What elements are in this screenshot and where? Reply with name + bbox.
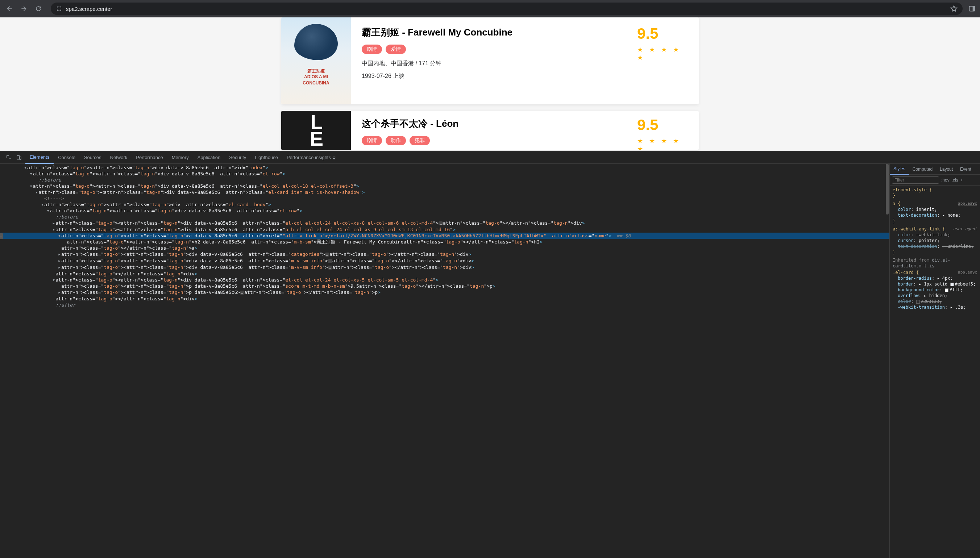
dom-node[interactable]: ▸attr-n">class="tag-o"><attr-n">class="t… (0, 264, 890, 271)
devtools-tabs: ElementsConsoleSourcesNetworkPerformance… (0, 151, 980, 164)
movie-release: 1993-07-26 上映 (362, 72, 616, 80)
score-value: 9.5 (637, 26, 688, 41)
devtools-tab-network[interactable]: Network (106, 151, 132, 164)
dom-node[interactable]: ▾attr-n">class="tag-o"><attr-n">class="t… (0, 189, 890, 195)
devtools-main: ▾attr-n">class="tag-o"><attr-n">class="t… (0, 164, 980, 558)
dom-node[interactable]: ▾attr-n">class="tag-o"><attr-n">class="t… (0, 226, 890, 233)
devtools-tab-performance-insights[interactable]: Performance insights⬙ (282, 151, 340, 164)
css-rules[interactable]: element.style {}app.ea9ca {color: inheri… (890, 185, 980, 558)
hov-toggle[interactable]: :hov (941, 177, 950, 183)
svg-rect-3 (20, 157, 21, 159)
movie-title[interactable]: 霸王别姬 - Farewell My Concubine (362, 26, 616, 39)
dom-node[interactable]: ::before (0, 214, 890, 220)
movie-card: LE 这个杀手不太冷 - Léon 剧情 动作 犯罪 9.5 ★ ★ ★ ★ ★ (281, 111, 699, 150)
rating: 9.5 ★ ★ ★ ★ ★ (626, 17, 699, 104)
devtools-panel: ElementsConsoleSourcesNetworkPerformance… (0, 151, 980, 558)
breakpoint-indicator[interactable]: … (0, 233, 3, 239)
styles-tab-event[interactable]: Event (957, 164, 975, 175)
dom-node[interactable]: ::after (0, 302, 890, 308)
dom-node[interactable]: ▸attr-n">class="tag-o"><attr-n">class="t… (0, 258, 890, 264)
devtools-toggle-group (2, 155, 25, 161)
dom-node[interactable]: ▾attr-n">class="tag-o"><attr-n">class="t… (0, 164, 890, 171)
css-rule[interactable]: app.ea9c.el-card {border-radius: ▸ 4px;b… (893, 269, 977, 310)
page-viewport: 霸王别姬 - Farewell My Concubine 剧情 爱情 中国内地、… (0, 17, 980, 151)
styles-tabs: StylesComputedLayoutEvent (890, 164, 980, 175)
dom-node[interactable]: ▾attr-n">class="tag-o"><attr-n">class="t… (0, 233, 890, 239)
devtools-tab-lighthouse[interactable]: Lighthouse (250, 151, 282, 164)
star-icons: ★ ★ ★ ★ ★ (637, 137, 688, 150)
dom-node[interactable]: <!----> (0, 195, 890, 202)
movie-body: 这个杀手不太冷 - Léon 剧情 动作 犯罪 (351, 111, 626, 150)
css-rule[interactable]: element.style {} (893, 187, 977, 199)
devtools-tab-console[interactable]: Console (54, 151, 80, 164)
dom-node[interactable]: attr-n">class="tag-o"><attr-n">class="ta… (0, 239, 890, 245)
device-toggle-icon[interactable] (16, 155, 22, 161)
dom-node[interactable]: ▸attr-n">class="tag-o"><attr-n">class="t… (0, 251, 890, 258)
devtools-tab-performance[interactable]: Performance (131, 151, 167, 164)
tag[interactable]: 剧情 (362, 44, 382, 54)
styles-tab-computed[interactable]: Computed (909, 164, 936, 175)
reload-icon[interactable] (35, 5, 42, 12)
cls-toggle[interactable]: .cls (952, 177, 958, 183)
url-text: spa2.scrape.center (66, 6, 112, 12)
movie-tags: 剧情 爱情 (362, 44, 616, 54)
styles-toolbar: :hov .cls + (890, 175, 980, 185)
dom-node[interactable]: attr-n">class="tag-o"><attr-n">class="ta… (0, 283, 890, 289)
scrollbar-thumb[interactable] (886, 164, 889, 215)
tag[interactable]: 剧情 (362, 136, 382, 145)
svg-rect-2 (17, 156, 20, 159)
movie-body: 霸王别姬 - Farewell My Concubine 剧情 爱情 中国内地、… (351, 17, 626, 104)
movie-poster[interactable] (281, 17, 351, 104)
new-rule-button[interactable]: + (960, 177, 963, 183)
movie-card: 霸王别姬 - Farewell My Concubine 剧情 爱情 中国内地、… (281, 17, 699, 104)
devtools-tab-memory[interactable]: Memory (167, 151, 193, 164)
dom-node[interactable]: ▾attr-n">class="tag-o"><attr-n">class="t… (0, 183, 890, 189)
devtools-tab-application[interactable]: Application (193, 151, 225, 164)
css-rule[interactable]: user agenta:-webkit-any-link {color: -we… (893, 226, 977, 255)
movie-poster[interactable]: LE (281, 111, 351, 150)
score-value: 9.5 (637, 117, 688, 133)
elements-tree[interactable]: ▾attr-n">class="tag-o"><attr-n">class="t… (0, 164, 890, 558)
styles-sidebar: StylesComputedLayoutEvent :hov .cls + el… (890, 164, 980, 558)
address-bar[interactable]: spa2.scrape.center (51, 3, 963, 15)
styles-tab-layout[interactable]: Layout (936, 164, 957, 175)
css-rule[interactable]: app.ea9ca {color: inherit;text-decoratio… (893, 201, 977, 224)
styles-tab-styles[interactable]: Styles (890, 164, 909, 175)
tag[interactable]: 爱情 (386, 44, 406, 54)
dom-node[interactable]: ▸attr-n">class="tag-o"><attr-n">class="t… (0, 220, 890, 226)
devtools-tab-security[interactable]: Security (225, 151, 250, 164)
browser-toolbar: spa2.scrape.center (0, 0, 980, 17)
bookmark-star-icon[interactable] (950, 5, 957, 12)
toolbar-right (969, 5, 977, 12)
movie-tags: 剧情 动作 犯罪 (362, 136, 616, 145)
tag[interactable]: 动作 (386, 136, 406, 145)
dom-node[interactable]: ▾attr-n">class="tag-o"><attr-n">class="t… (0, 277, 890, 283)
dom-node[interactable]: attr-n">class="tag-o"></attr-n">class="t… (0, 295, 890, 302)
site-info-icon[interactable] (56, 5, 62, 12)
dom-node[interactable]: ▾attr-n">class="tag-o"><attr-n">class="t… (0, 202, 890, 208)
dom-node[interactable]: ▾attr-n">class="tag-o"><attr-n">class="t… (0, 208, 890, 214)
dom-node[interactable]: attr-n">class="tag-o"></attr-n">class="t… (0, 271, 890, 277)
rating: 9.5 ★ ★ ★ ★ ★ (626, 111, 699, 150)
dom-node[interactable]: ▸attr-n">class="tag-o"><attr-n">class="t… (0, 289, 890, 295)
dom-node[interactable]: attr-n">class="tag-o"></attr-n">class="t… (0, 245, 890, 251)
movie-list: 霸王别姬 - Farewell My Concubine 剧情 爱情 中国内地、… (281, 17, 699, 150)
inherited-from: Inherited from div.el-card.item.m-t.is (893, 257, 977, 269)
tag[interactable]: 犯罪 (410, 136, 430, 145)
devtools-tab-sources[interactable]: Sources (80, 151, 106, 164)
side-panel-icon[interactable] (969, 5, 976, 12)
star-icons: ★ ★ ★ ★ ★ (637, 46, 688, 62)
styles-filter-input[interactable] (892, 176, 939, 184)
dom-node[interactable]: ▾attr-n">class="tag-o"><attr-n">class="t… (0, 171, 890, 177)
movie-title[interactable]: 这个杀手不太冷 - Léon (362, 117, 616, 130)
inspect-icon[interactable] (6, 155, 11, 161)
back-icon[interactable] (6, 5, 13, 12)
forward-icon[interactable] (20, 5, 28, 12)
dom-node[interactable]: ::before (0, 177, 890, 183)
svg-rect-1 (973, 6, 975, 11)
movie-region-runtime: 中国内地、中国香港 / 171 分钟 (362, 60, 616, 67)
devtools-tab-elements[interactable]: Elements (25, 151, 54, 164)
nav-controls (3, 5, 45, 12)
